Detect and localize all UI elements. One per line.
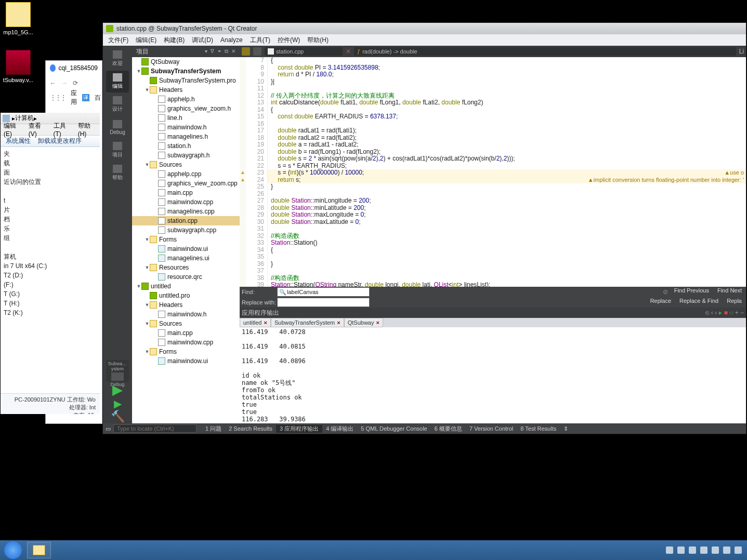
tree-row[interactable]: ▼Headers — [132, 85, 240, 95]
view-summary[interactable]: 6 概要信息 — [431, 425, 466, 433]
explorer-item[interactable]: 组 — [1, 233, 100, 243]
view-qml[interactable]: 5 QML Debugger Console — [357, 425, 430, 432]
explorer-item[interactable]: 面 — [1, 168, 100, 177]
tree-row[interactable]: subwaygraph.h — [132, 151, 240, 160]
close-file-icon[interactable]: ✕ — [346, 48, 351, 55]
start-button[interactable] — [0, 541, 26, 559]
tree-row[interactable]: ▼Resources — [132, 263, 240, 272]
tree-row[interactable]: ▼Sources — [132, 319, 240, 328]
explorer-item[interactable]: t — [1, 196, 100, 205]
explorer-item[interactable]: 夹 — [1, 149, 100, 158]
menu-analyze[interactable]: Analyze — [220, 36, 243, 44]
tree-row[interactable]: mainwindow.h — [132, 123, 240, 132]
run-icon[interactable]: ▶ — [718, 309, 722, 316]
output-tab[interactable]: SubwayTransferSystem× — [271, 318, 344, 327]
nav-fwd-button[interactable] — [253, 47, 261, 56]
window-titlebar[interactable]: station.cpp @ SubwayTransferSystem - Qt … — [103, 23, 746, 34]
tree-row[interactable]: ▼SubwayTransferSystem — [132, 66, 240, 76]
tree-row[interactable]: graphics_view_zoom.h — [132, 104, 240, 113]
clear-icon[interactable]: ⊘ — [663, 288, 668, 296]
view-issues[interactable]: 1 问题 — [202, 425, 225, 433]
mode-debug[interactable]: Debug — [106, 116, 129, 138]
view-compile[interactable]: 4 编译输出 — [322, 425, 357, 433]
output-tab[interactable]: untitled× — [240, 318, 271, 327]
code-editor[interactable]: ▲▲ 7891011121314151617181920212223242526… — [240, 57, 746, 287]
debug-run-button[interactable]: ▶ — [114, 397, 122, 410]
explorer-item[interactable] — [1, 186, 100, 196]
close-panel-icon[interactable]: ✕ — [231, 48, 235, 55]
filter-funnel-icon[interactable]: ∇ — [211, 48, 214, 55]
view-appoutput[interactable]: 3 应用程序输出 — [276, 425, 322, 433]
tree-row[interactable]: managelines.h — [132, 132, 240, 141]
tree-row[interactable]: managelines.cpp — [132, 207, 240, 216]
link-icon[interactable]: ⚭ — [217, 48, 221, 55]
toggle-sidebar-icon[interactable]: ▭ — [103, 425, 113, 432]
tree-row[interactable]: mainwindow.cpp — [132, 338, 240, 347]
menu-help[interactable]: 帮助(H) — [307, 36, 329, 45]
tree-row[interactable]: apphelp.cpp — [132, 169, 240, 179]
tree-row[interactable]: station.cpp — [132, 216, 240, 225]
tree-row[interactable]: ▼Sources — [132, 160, 240, 169]
view-search[interactable]: 2 Search Results — [225, 425, 276, 432]
explorer-item[interactable]: 片 — [1, 205, 100, 215]
prev-icon[interactable]: ‹ — [711, 309, 713, 316]
file-crumb[interactable]: station.cpp — [265, 47, 343, 56]
tree-row[interactable]: main.cpp — [132, 188, 240, 197]
taskbar-item[interactable] — [27, 542, 51, 558]
tree-row[interactable]: line.h — [132, 113, 240, 123]
tray-icon[interactable] — [666, 546, 673, 554]
kit-selector[interactable]: Subwa…ystemDebug — [106, 360, 129, 382]
rerun-icon[interactable]: ⟲ — [729, 309, 733, 316]
explorer-item[interactable]: T2 (K:) — [1, 308, 100, 317]
explorer-item[interactable]: T (H:) — [1, 299, 100, 308]
tree-row[interactable]: untitled.pro — [132, 291, 240, 300]
explorer-item[interactable]: 近访问的位置 — [1, 177, 100, 186]
filter-icon[interactable]: ⎋ — [705, 309, 709, 316]
tray-icon[interactable] — [700, 546, 707, 554]
menu-debug[interactable]: 调试(D) — [192, 36, 213, 45]
tree-row[interactable]: managelines.ui — [132, 254, 240, 263]
stop-icon[interactable]: ■ — [724, 309, 728, 316]
add-icon[interactable]: + — [735, 309, 739, 316]
desktop-archive[interactable]: tSubway.v... — [0, 50, 36, 83]
tray-icon[interactable] — [689, 546, 696, 554]
tray-icon[interactable] — [677, 546, 685, 554]
tree-row[interactable]: ▼Forms — [132, 347, 240, 356]
find-prev-button[interactable]: Find Previous — [670, 287, 713, 297]
tree-row[interactable]: station.h — [132, 141, 240, 151]
output-text[interactable]: 116.419 40.0728 116.419 40.0815 116.419 … — [240, 327, 746, 423]
explorer-item[interactable]: 档 — [1, 215, 100, 224]
tray-icon[interactable] — [735, 546, 742, 554]
tree-row[interactable]: ▼Headers — [132, 300, 240, 310]
find-input[interactable] — [277, 287, 370, 297]
replace-all-button[interactable]: Repla — [723, 298, 746, 307]
symbol-crumb[interactable]: ƒ rad(double) -> double — [354, 47, 736, 56]
find-next-button[interactable]: Find Next — [713, 287, 746, 297]
mode-welcome[interactable]: 欢迎 — [106, 48, 129, 70]
replace-button[interactable]: Replace — [646, 298, 675, 307]
locator-input[interactable] — [113, 424, 196, 433]
project-tree[interactable]: QtSubway▼SubwayTransferSystemSubwayTrans… — [132, 57, 240, 423]
tray-icon[interactable] — [723, 546, 730, 554]
filter-icon[interactable]: ▾ — [205, 48, 207, 55]
explorer-item[interactable]: 算机 — [1, 252, 100, 261]
tree-row[interactable]: main.cpp — [132, 328, 240, 338]
tree-row[interactable]: resource.qrc — [132, 272, 240, 282]
close-icon[interactable]: × — [337, 319, 340, 326]
menu-widget[interactable]: 控件(W) — [278, 36, 300, 45]
explorer-item[interactable]: (F:) — [1, 280, 100, 289]
explorer-item[interactable]: 载 — [1, 158, 100, 168]
tree-row[interactable]: ▼Forms — [132, 235, 240, 244]
explorer-item[interactable]: in 7 Ult x64 (C:) — [1, 261, 100, 271]
tree-row[interactable]: mainwindow.h — [132, 310, 240, 319]
mode-edit[interactable]: 编辑 — [106, 71, 129, 92]
build-button[interactable]: 🔨 — [111, 410, 125, 423]
browser-tab[interactable]: cql_18584509 — [46, 61, 102, 75]
mode-design[interactable]: 设计 — [106, 94, 129, 115]
view-tests[interactable]: 8 Test Results — [517, 425, 560, 432]
explorer-item[interactable]: T2 (D:) — [1, 271, 100, 280]
mode-project[interactable]: 项目 — [106, 139, 129, 161]
tree-row[interactable]: mainwindow.ui — [132, 244, 240, 254]
next-icon[interactable]: › — [715, 309, 717, 316]
split-icon[interactable]: ⧉ — [225, 48, 228, 55]
